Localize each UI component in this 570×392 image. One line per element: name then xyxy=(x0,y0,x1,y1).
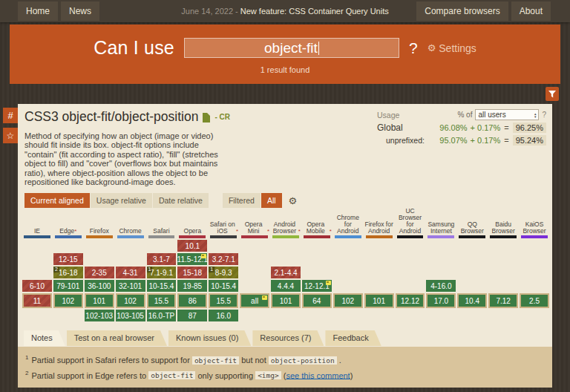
browser-header: Samsung Internet xyxy=(426,211,456,235)
tab-test-on-a-real-browser[interactable]: Test on a real browser xyxy=(67,330,167,346)
about-button[interactable]: About xyxy=(511,1,551,21)
empty-cell xyxy=(85,240,114,252)
permalink-hash-button[interactable]: # xyxy=(3,108,18,123)
support-cell[interactable]: all xyxy=(240,293,269,308)
browser-header: IE xyxy=(22,211,52,235)
empty-cell xyxy=(457,310,487,321)
empty-cell xyxy=(457,240,487,252)
support-cell[interactable]: 102 xyxy=(333,293,363,308)
support-cell[interactable]: 3.1-7 xyxy=(147,253,177,265)
support-cell[interactable]: 15.5 xyxy=(147,293,177,308)
support-cell[interactable]: 2.1-4.4 xyxy=(271,267,301,278)
support-cell[interactable]: 87 xyxy=(177,310,207,321)
browser-color-bar xyxy=(55,235,82,238)
spec-document-icon[interactable] xyxy=(203,113,210,122)
support-cell[interactable]: 79-101 xyxy=(53,280,83,292)
support-cell[interactable]: 4-16.0 xyxy=(426,280,456,292)
support-cell[interactable]: 11 xyxy=(22,293,52,308)
empty-cell xyxy=(364,280,394,292)
support-cell[interactable]: 11.5-12.1 xyxy=(177,253,207,265)
notes-panel: 1Partial support in Safari refers to sup… xyxy=(18,347,552,388)
hash-icon: # xyxy=(7,110,13,121)
support-cell[interactable]: 2.5 xyxy=(520,293,549,308)
empty-cell xyxy=(396,267,425,278)
support-cell[interactable]: 3.2-7.1 xyxy=(209,253,238,265)
browser-color-bar xyxy=(24,235,50,238)
support-cell[interactable]: 2-35 xyxy=(85,267,114,278)
settings-button[interactable]: ⚙Settings xyxy=(428,42,476,54)
support-cell[interactable]: 19-85 xyxy=(177,280,207,292)
comment-link[interactable]: see this comment xyxy=(286,370,350,379)
support-cell[interactable]: 4-31 xyxy=(116,267,145,278)
empty-cell xyxy=(488,253,518,265)
view-button-current-aligned[interactable]: Current aligned xyxy=(24,193,90,208)
support-cell[interactable]: 7.12 xyxy=(488,293,518,308)
support-cell[interactable]: 102 xyxy=(53,293,83,308)
browser-column-firefox-for-android: Firefox for Android101 xyxy=(364,211,394,321)
support-cell[interactable]: 10-15.4 xyxy=(209,280,238,292)
support-cell[interactable]: 6-10 xyxy=(22,280,52,292)
support-cell[interactable]: 64 xyxy=(302,293,332,308)
filter-all-button[interactable]: All xyxy=(261,193,282,208)
support-cell[interactable]: 15-18 xyxy=(177,267,207,278)
support-table: IE6-1011Edge*12-1516-18279-101102Firefox… xyxy=(22,211,549,321)
usage-region-select[interactable]: all users ▴▾ xyxy=(475,109,539,120)
usage-help-link[interactable]: ? xyxy=(542,111,546,119)
support-cell[interactable]: 102 xyxy=(116,293,145,308)
support-cell[interactable]: 103-105 xyxy=(116,310,145,321)
support-cell[interactable]: 8-9.31 xyxy=(209,267,238,278)
view-button-usage-relative[interactable]: Usage relative xyxy=(91,193,152,208)
support-cell[interactable]: 16-182 xyxy=(53,267,83,278)
home-button[interactable]: Home xyxy=(18,1,58,21)
support-cell[interactable]: 101 xyxy=(85,293,114,308)
support-cell[interactable]: 16.0 xyxy=(209,310,238,321)
tab-known-issues-0[interactable]: Known issues (0) xyxy=(168,330,251,346)
support-cell[interactable]: 32-101 xyxy=(116,280,145,292)
support-cell[interactable]: 12-12.1 xyxy=(302,280,332,292)
browser-header: Edge* xyxy=(53,211,83,235)
support-cell[interactable]: 10-15.4 xyxy=(147,280,177,292)
footnote: 2Partial support in Edge refers to objec… xyxy=(25,370,545,380)
news-headline[interactable]: New feature: CSS Container Query Units xyxy=(240,7,389,16)
result-count: 1 result found xyxy=(10,65,560,74)
empty-cell xyxy=(240,280,269,292)
empty-cell xyxy=(333,310,363,321)
support-cell[interactable]: 10.1 xyxy=(177,240,207,252)
table-settings-gear-icon[interactable]: ⚙ xyxy=(289,195,298,206)
support-cell[interactable]: 36-100 xyxy=(85,280,114,292)
search-input[interactable]: object-fit xyxy=(184,38,399,58)
support-cell[interactable]: 10.4 xyxy=(457,293,487,308)
support-cell[interactable]: 17.0 xyxy=(426,293,456,308)
browser-header: Chrome for Android xyxy=(333,211,363,235)
news-button[interactable]: News xyxy=(61,1,99,21)
browser-color-bar xyxy=(397,235,424,238)
support-cell[interactable]: 102-103 xyxy=(85,310,114,321)
support-cell[interactable]: 86 xyxy=(177,293,207,308)
support-cell[interactable]: 101 xyxy=(364,293,394,308)
tab-feedback[interactable]: Feedback xyxy=(325,330,381,346)
browser-color-bar xyxy=(179,235,206,238)
empty-cell xyxy=(488,280,518,292)
empty-cell xyxy=(147,240,177,252)
support-cell[interactable]: 7.1-9.11 xyxy=(147,267,177,278)
support-cell[interactable]: 12-15 xyxy=(53,253,83,265)
support-cell[interactable]: 12.12 xyxy=(396,293,425,308)
tab-resources-7[interactable]: Resources (7) xyxy=(252,330,324,346)
browser-header: Safari on iOS* xyxy=(209,211,238,235)
usage-unprefixed-partial: + 0.17% xyxy=(471,136,501,145)
view-button-date-relative[interactable]: Date relative xyxy=(153,193,209,208)
filtered-button[interactable]: Filtered xyxy=(223,193,261,208)
note-number-badge: 1 xyxy=(147,267,153,272)
search-help-question-mark[interactable]: ? xyxy=(409,39,418,57)
tab-notes[interactable]: Notes xyxy=(24,330,65,346)
support-cell[interactable]: 16.0-TP xyxy=(147,310,177,321)
filter-funnel-button[interactable] xyxy=(546,87,559,101)
compare-browsers-button[interactable]: Compare browsers xyxy=(416,1,508,21)
support-cell[interactable]: 15.5 xyxy=(209,293,238,308)
empty-cell xyxy=(302,240,332,252)
support-cell[interactable]: 101 xyxy=(271,293,301,308)
empty-cell xyxy=(116,253,145,265)
favorite-star-button[interactable]: ☆ xyxy=(3,128,18,143)
empty-cell xyxy=(240,253,269,265)
support-cell[interactable]: 4.4.4 xyxy=(271,280,301,292)
